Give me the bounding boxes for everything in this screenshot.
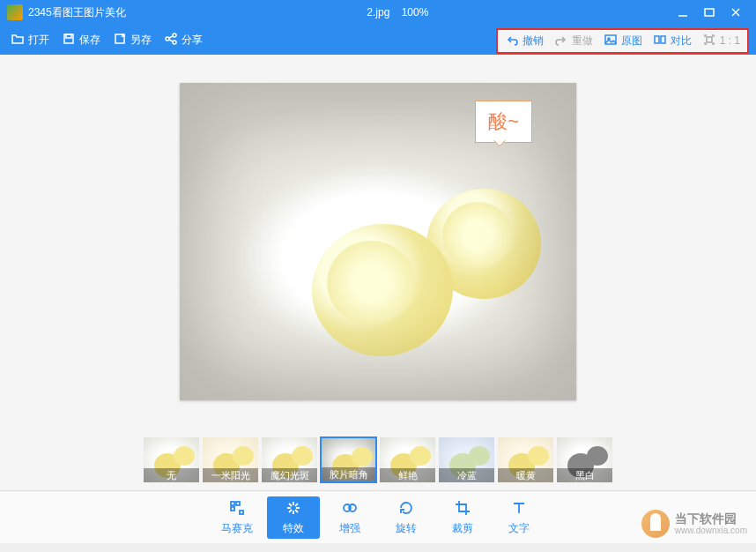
tool-label: 特效 — [283, 521, 304, 536]
saveas-icon — [113, 32, 127, 48]
undo-label: 撤销 — [523, 34, 544, 48]
speech-bubble-sticker[interactable]: 酸~ — [475, 101, 532, 143]
fx-icon — [285, 499, 302, 519]
bottom-toolbar: 马赛克特效增强旋转裁剪文字 当下软件园 www.downxia.com — [0, 490, 756, 543]
share-icon — [164, 32, 178, 48]
app-title: 2345看图王图片美化 — [28, 5, 126, 20]
tool-label: 马赛克 — [221, 521, 253, 536]
fit-icon — [702, 33, 716, 49]
open-button[interactable]: 打开 — [11, 32, 49, 48]
canvas-area: 酸~ — [0, 55, 756, 429]
crop-icon — [454, 499, 471, 519]
saveas-button[interactable]: 另存 — [113, 32, 152, 48]
svg-rect-14 — [655, 36, 659, 43]
tool-label: 旋转 — [396, 521, 417, 536]
speech-bubble-text: 酸~ — [488, 110, 519, 132]
undo-button[interactable]: 撤销 — [505, 33, 544, 49]
app-logo-icon — [7, 4, 23, 20]
redo-label: 重做 — [572, 34, 593, 48]
filter-label: 一米阳光 — [203, 468, 258, 482]
svg-rect-20 — [240, 511, 243, 514]
original-label: 原图 — [621, 34, 642, 48]
one-to-one-button[interactable]: 1 : 1 — [702, 33, 740, 49]
tool-label: 增强 — [339, 521, 360, 536]
save-button[interactable]: 保存 — [62, 32, 100, 48]
filter-label: 魔幻光斑 — [262, 468, 317, 482]
watermark: 当下软件园 www.downxia.com — [641, 510, 747, 538]
share-label: 分享 — [182, 33, 203, 48]
redo-icon — [554, 33, 568, 49]
toolbar-right-highlighted: 撤销 重做 原图 对比 1 : 1 — [496, 28, 749, 54]
main-image[interactable]: 酸~ — [180, 83, 576, 400]
titlebar: 2345看图王图片美化 2.jpg 100% — [0, 0, 756, 25]
tool-label: 文字 — [508, 521, 530, 536]
svg-rect-15 — [661, 36, 665, 43]
compare-button[interactable]: 对比 — [653, 33, 692, 49]
save-label: 保存 — [79, 33, 100, 48]
svg-point-8 — [166, 37, 169, 41]
watermark-logo-icon — [641, 510, 670, 538]
filter-label: 鲜艳 — [380, 468, 435, 482]
rotate-icon — [397, 499, 415, 519]
tool-fx-button[interactable]: 特效 — [267, 496, 320, 539]
filter-thumb-7[interactable]: 黑白 — [556, 436, 613, 483]
svg-rect-18 — [236, 502, 240, 505]
toolbar: 打开 保存 另存 分享 撤销 重做 原图 对比 — [0, 25, 756, 55]
svg-rect-1 — [705, 9, 714, 16]
filter-thumb-1[interactable]: 一米阳光 — [202, 436, 259, 483]
tool-enhance-button[interactable]: 增强 — [323, 496, 376, 539]
svg-point-7 — [173, 34, 176, 37]
saveas-label: 另存 — [130, 33, 152, 48]
compare-icon — [653, 33, 667, 49]
filter-label: 黑白 — [557, 468, 612, 482]
svg-rect-5 — [66, 34, 71, 38]
filter-label: 暖黄 — [498, 468, 553, 482]
enhance-icon — [341, 499, 359, 519]
text-icon — [510, 499, 528, 519]
save-icon — [62, 32, 76, 48]
compare-label: 对比 — [671, 34, 692, 48]
filter-label: 胶片暗角 — [322, 467, 375, 481]
tool-mosaic-button[interactable]: 马赛克 — [211, 496, 263, 539]
mosaic-icon — [228, 499, 246, 519]
svg-rect-19 — [231, 507, 234, 511]
tool-text-button[interactable]: 文字 — [493, 496, 545, 539]
filter-thumb-2[interactable]: 魔幻光斑 — [261, 436, 318, 483]
redo-button[interactable]: 重做 — [554, 33, 593, 49]
filter-thumb-5[interactable]: 冷蓝 — [438, 436, 495, 483]
minimize-button[interactable] — [670, 0, 696, 25]
filter-strip: 无一米阳光魔幻光斑胶片暗角鲜艳冷蓝暖黄黑白 — [0, 429, 756, 490]
svg-rect-16 — [707, 37, 712, 42]
image-icon — [604, 33, 618, 49]
one-to-one-label: 1 : 1 — [720, 34, 740, 47]
filter-label: 无 — [144, 468, 199, 482]
original-button[interactable]: 原图 — [604, 33, 642, 49]
svg-line-10 — [169, 36, 173, 38]
title-center: 2.jpg 100% — [126, 6, 670, 19]
watermark-name: 当下软件园 — [675, 511, 747, 526]
maximize-button[interactable] — [696, 0, 723, 25]
folder-open-icon — [11, 32, 25, 48]
svg-rect-12 — [605, 35, 616, 44]
tool-rotate-button[interactable]: 旋转 — [380, 496, 433, 539]
filter-thumb-3[interactable]: 胶片暗角 — [320, 436, 377, 483]
filter-thumb-6[interactable]: 暖黄 — [497, 436, 554, 483]
open-label: 打开 — [28, 33, 49, 48]
filename-label: 2.jpg — [367, 6, 389, 19]
tool-crop-button[interactable]: 裁剪 — [436, 496, 489, 539]
filter-label: 冷蓝 — [439, 468, 494, 482]
close-button[interactable] — [723, 0, 749, 25]
svg-point-9 — [173, 41, 176, 44]
svg-line-11 — [169, 40, 173, 41]
undo-icon — [505, 33, 519, 49]
svg-rect-17 — [231, 502, 234, 505]
tool-label: 裁剪 — [452, 521, 473, 536]
filter-thumb-0[interactable]: 无 — [143, 436, 200, 483]
watermark-url: www.downxia.com — [675, 526, 747, 536]
share-button[interactable]: 分享 — [164, 32, 203, 48]
filter-thumb-4[interactable]: 鲜艳 — [379, 436, 436, 483]
zoom-label: 100% — [402, 6, 429, 19]
